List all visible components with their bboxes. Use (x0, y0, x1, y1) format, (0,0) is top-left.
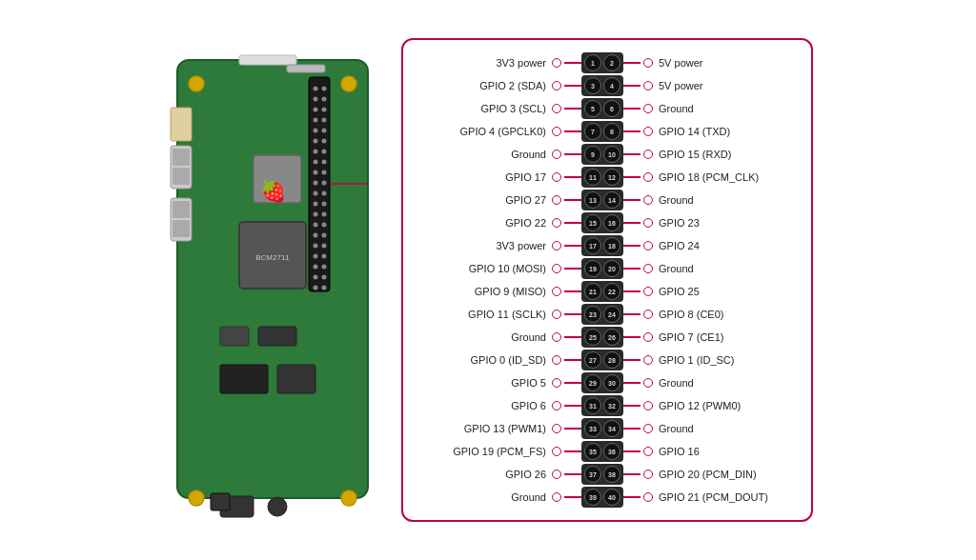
svg-point-2 (189, 76, 204, 91)
right-pin-label: GPIO 16 (653, 446, 796, 457)
svg-point-31 (314, 128, 318, 132)
left-pin-label: GPIO 0 (ID_SD) (418, 354, 552, 366)
left-pin-label: 3V3 power (418, 57, 552, 69)
svg-rect-26 (309, 77, 330, 291)
right-pin-label: Ground (653, 423, 796, 434)
svg-rect-12 (171, 108, 192, 141)
left-pin-dot (552, 401, 561, 410)
left-pin-number: 13 (584, 191, 601, 209)
svg-point-37 (314, 190, 318, 195)
pin-number-block: 2728 (581, 350, 623, 370)
pin-number-block: 2526 (581, 327, 623, 348)
svg-point-5 (341, 490, 356, 506)
left-pin-number: 19 (584, 260, 601, 277)
svg-point-53 (322, 149, 327, 153)
pin-number-block: 2324 (581, 304, 623, 325)
svg-point-4 (341, 76, 356, 91)
svg-point-58 (322, 201, 327, 206)
right-line (623, 359, 640, 361)
pin-number-block: 1718 (581, 235, 623, 256)
pin-number-block: 56 (581, 98, 623, 119)
left-pin-dot (552, 150, 561, 159)
left-line (564, 290, 581, 292)
right-pin-number: 26 (603, 329, 620, 346)
svg-point-47 (322, 86, 327, 90)
pin-row: GPIO 0 (ID_SD)2728GPIO 1 (ID_SC) (418, 349, 796, 371)
left-pin-number: 5 (584, 100, 601, 117)
left-pin-number: 37 (584, 466, 601, 483)
pin-number-block: 1314 (581, 190, 623, 210)
right-line (623, 382, 640, 384)
pin-number-block: 3334 (581, 418, 623, 439)
svg-rect-11 (173, 220, 190, 237)
right-pin-label: GPIO 14 (TXD) (653, 126, 796, 137)
svg-point-33 (314, 149, 318, 153)
left-pin-label: GPIO 3 (SCL) (418, 103, 552, 114)
right-pin-number: 32 (603, 397, 620, 414)
svg-text:BCM2711: BCM2711 (255, 253, 290, 262)
pin-row: GPIO 2 (SDA)345V power (418, 74, 796, 97)
right-pin-number: 28 (603, 351, 620, 369)
svg-point-48 (322, 96, 327, 101)
pin-row: GPIO 52930Ground (418, 371, 796, 394)
pin-number-block: 1516 (581, 212, 623, 233)
right-pin-number: 22 (603, 283, 620, 300)
right-pin-number: 24 (603, 306, 620, 323)
left-pin-label: GPIO 9 (MISO) (418, 286, 552, 297)
left-pin-label: GPIO 26 (418, 469, 552, 480)
left-pin-number: 29 (584, 374, 601, 391)
right-line (623, 130, 640, 132)
left-pin-dot (552, 127, 561, 136)
right-line (623, 199, 640, 201)
svg-point-45 (314, 274, 318, 279)
pin-row: GPIO 10 (MOSI)1920Ground (418, 257, 796, 280)
right-pin-number: 34 (603, 420, 620, 437)
pin-number-block: 2122 (581, 281, 623, 302)
right-pin-number: 4 (603, 77, 620, 94)
left-line (564, 222, 581, 224)
right-pin-dot (643, 218, 653, 228)
left-line (564, 359, 581, 361)
left-pin-dot (552, 195, 561, 205)
left-pin-label: Ground (418, 149, 552, 160)
pi-board: BCM2711 🍓 (163, 31, 382, 530)
right-pin-number: 38 (603, 466, 620, 483)
left-line (564, 450, 581, 452)
left-pin-dot (552, 332, 561, 342)
right-line (623, 336, 640, 338)
left-pin-label: GPIO 4 (GPCLK0) (418, 126, 552, 137)
right-pin-dot (643, 127, 653, 136)
left-pin-number: 7 (584, 123, 601, 140)
svg-point-46 (314, 285, 318, 290)
svg-point-35 (314, 170, 318, 174)
svg-point-61 (322, 232, 327, 237)
left-pin-number: 21 (584, 283, 601, 300)
svg-point-52 (322, 138, 327, 143)
left-pin-number: 9 (584, 146, 601, 163)
right-pin-dot (643, 447, 653, 456)
right-pin-dot (643, 332, 653, 342)
right-pin-dot (643, 492, 653, 502)
svg-point-41 (314, 232, 318, 237)
left-pin-label: GPIO 13 (PWM1) (418, 423, 552, 434)
right-line (623, 85, 640, 87)
right-pin-number: 2 (603, 54, 620, 71)
svg-rect-10 (173, 201, 190, 218)
pin-row: GPIO 13 (PWM1)3334Ground (418, 417, 796, 440)
left-pin-dot (552, 264, 561, 273)
pin-row: GPIO 63132GPIO 12 (PWM0) (418, 394, 796, 417)
right-pin-dot (643, 81, 653, 90)
pin-row: 3V3 power125V power (418, 51, 796, 74)
pin-row: GPIO 11 (SCLK)2324GPIO 8 (CE0) (418, 303, 796, 326)
pin-number-block: 2930 (581, 372, 623, 393)
right-pin-label: Ground (653, 263, 796, 274)
svg-point-65 (322, 274, 327, 279)
left-pin-dot (552, 492, 561, 502)
right-line (623, 245, 640, 247)
right-pin-number: 40 (603, 489, 620, 506)
right-pin-number: 18 (603, 237, 620, 254)
right-pin-number: 36 (603, 443, 620, 460)
right-pin-label: Ground (653, 194, 796, 206)
left-pin-number: 11 (584, 169, 601, 186)
left-pin-dot (552, 447, 561, 456)
